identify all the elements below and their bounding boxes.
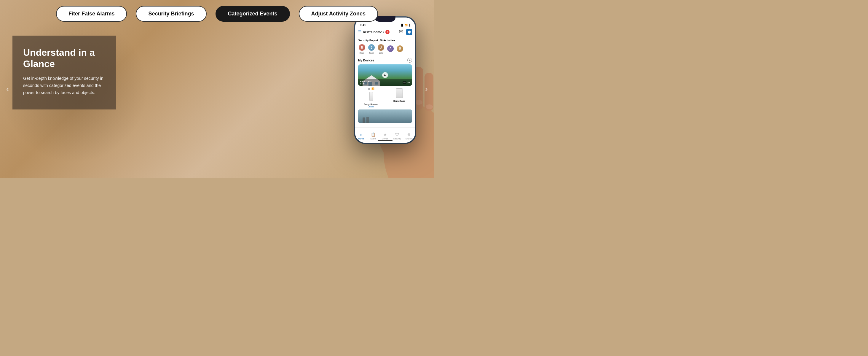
devices-header: My Devices + bbox=[358, 58, 412, 63]
avatar-jole[interactable]: J bbox=[377, 43, 385, 51]
figure-silhouette-2 bbox=[366, 117, 369, 123]
phone-hand-wrapper: 9:41 ▐▌ 📶 ▐ ☰ ROY's home ▾ 5 bbox=[354, 16, 416, 144]
app-header-right bbox=[398, 29, 412, 35]
hamburger-icon[interactable]: ☰ bbox=[358, 30, 361, 34]
battery-icon: ▐ bbox=[408, 24, 410, 26]
signal-status-icon: 📶 bbox=[371, 88, 374, 90]
homebase-item: HomeBase bbox=[386, 88, 412, 108]
avatar-roun[interactable]: R bbox=[358, 43, 366, 51]
event-tab-label: Event bbox=[371, 138, 376, 140]
device-row: ▦ 📶 Entry Sensor Closed bbox=[358, 88, 412, 108]
more-options-icon[interactable]: ••• bbox=[408, 81, 410, 84]
my-devices-section: My Devices + bbox=[355, 56, 415, 125]
camera-label: Back Yard bbox=[360, 80, 371, 83]
home-title-label: ROY's home ▾ 5 bbox=[363, 30, 390, 34]
status-time: 9:41 bbox=[360, 24, 366, 27]
avatar-javen[interactable]: J bbox=[368, 43, 375, 51]
face-item: J Javen bbox=[368, 43, 375, 54]
shield-icon[interactable] bbox=[406, 29, 412, 35]
homebase-shape bbox=[396, 88, 403, 98]
face-name-javen: Javen bbox=[369, 52, 374, 54]
tab-home[interactable]: ⌂ Home bbox=[355, 130, 367, 140]
status-icons: ▐▌ 📶 ▐ bbox=[401, 24, 410, 26]
device-tab-label: Device bbox=[382, 138, 388, 140]
face-item: R Roun bbox=[358, 43, 366, 54]
device-tab-icon: ◈ bbox=[382, 132, 388, 137]
device-icons-row: ▦ 📶 bbox=[368, 88, 374, 90]
security-briefings-button[interactable]: Security Briefings bbox=[136, 6, 206, 22]
face-item: B bbox=[396, 45, 404, 53]
signal-icon: ▐▌ bbox=[401, 24, 404, 26]
security-tab-label: Security bbox=[393, 138, 401, 140]
event-count-badge: 59 bbox=[403, 81, 406, 84]
hero-description: Get in-depth knowledge of your security … bbox=[23, 75, 105, 96]
avatar-unknown2[interactable]: B bbox=[396, 45, 404, 53]
chevron-down-icon: ▾ bbox=[383, 31, 384, 33]
snowflake-icon: ❄ bbox=[360, 83, 362, 85]
tab-event[interactable]: 📋 Event bbox=[367, 130, 379, 140]
explore-tab-icon: ⊕ bbox=[406, 132, 412, 137]
message-icon[interactable] bbox=[398, 29, 404, 35]
home-indicator bbox=[378, 140, 393, 141]
figure-silhouette-1 bbox=[363, 117, 365, 123]
app-header-left: ☰ ROY's home ▾ 5 bbox=[358, 30, 390, 34]
security-tab-icon: 🛡 bbox=[394, 132, 400, 137]
wifi-status-icon: ▦ bbox=[368, 88, 370, 90]
home-tab-icon: ⌂ bbox=[359, 132, 364, 137]
camera-thumbnail[interactable] bbox=[358, 110, 412, 123]
svg-point-9 bbox=[426, 105, 433, 109]
entry-sensor-item: ▦ 📶 Entry Sensor Closed bbox=[358, 88, 384, 108]
entry-sensor-shape bbox=[369, 92, 373, 101]
play-button[interactable]: ▶ bbox=[382, 72, 388, 78]
phone-screen: 9:41 ▐▌ 📶 ▐ ☰ ROY's home ▾ 5 bbox=[355, 18, 415, 143]
homebase-name: HomeBase bbox=[393, 100, 405, 102]
homebase-icon bbox=[395, 88, 404, 99]
phone-mockup: 9:41 ▐▌ 📶 ▐ ☰ ROY's home ▾ 5 bbox=[354, 16, 416, 144]
home-tab-label: Home bbox=[359, 138, 364, 140]
tab-security[interactable]: 🛡 Security bbox=[391, 130, 403, 140]
prev-arrow[interactable]: ‹ bbox=[2, 83, 13, 95]
bottom-nav: ⌂ Home 📋 Event ◈ Device 🛡 Security bbox=[355, 127, 415, 143]
devices-title: My Devices bbox=[358, 59, 374, 62]
filter-false-alarms-button[interactable]: Fiter False Alarms bbox=[56, 6, 127, 22]
notification-badge: 5 bbox=[385, 30, 390, 34]
chevron-right-icon: › bbox=[425, 84, 428, 94]
security-report-title: Security Report: 59 Activities bbox=[358, 39, 412, 42]
eye-icon: 👁 bbox=[363, 83, 365, 85]
hero-title: Understand in a Glance bbox=[23, 47, 105, 70]
camera-card[interactable]: ▶ Back Yard ❄ 👁 59 bbox=[358, 64, 412, 86]
face-name-jole: Jole bbox=[379, 52, 383, 54]
entry-sensor-name: Entry Sensor bbox=[364, 103, 378, 106]
wifi-icon: 📶 bbox=[405, 24, 408, 26]
tab-device[interactable]: ◈ Device bbox=[379, 130, 391, 140]
entry-sensor-icon bbox=[366, 91, 376, 102]
tab-explore[interactable]: ⊕ Explore bbox=[403, 130, 415, 140]
home-name-text: ROY's home bbox=[363, 30, 382, 34]
hero-content-box: Understand in a Glance Get in-depth know… bbox=[12, 36, 116, 110]
navigation-bar: Fiter False Alarms Security Briefings Ca… bbox=[0, 6, 434, 22]
add-device-button[interactable]: + bbox=[407, 58, 412, 63]
chevron-left-icon: ‹ bbox=[6, 84, 9, 94]
faces-row: R Roun J Javen J Jole A bbox=[358, 43, 412, 54]
face-item: A bbox=[386, 45, 394, 53]
entry-sensor-status: Closed bbox=[368, 106, 374, 108]
event-tab-icon: 📋 bbox=[371, 132, 376, 137]
page-wrapper: Fiter False Alarms Security Briefings Ca… bbox=[0, 0, 434, 178]
face-item: J Jole bbox=[377, 43, 385, 54]
adjust-activity-zones-button[interactable]: Adjust Activity Zones bbox=[299, 6, 378, 22]
avatar-unknown1[interactable]: A bbox=[386, 45, 394, 53]
face-name-roun: Roun bbox=[360, 52, 365, 54]
app-header: ☰ ROY's home ▾ 5 bbox=[355, 28, 415, 37]
next-arrow[interactable]: › bbox=[421, 83, 432, 95]
svg-rect-11 bbox=[399, 30, 403, 33]
explore-tab-label: Explore bbox=[406, 138, 413, 140]
categorized-events-button[interactable]: Categorized Events bbox=[216, 6, 290, 22]
security-report-section: Security Report: 59 Activities R Roun J … bbox=[355, 37, 415, 56]
